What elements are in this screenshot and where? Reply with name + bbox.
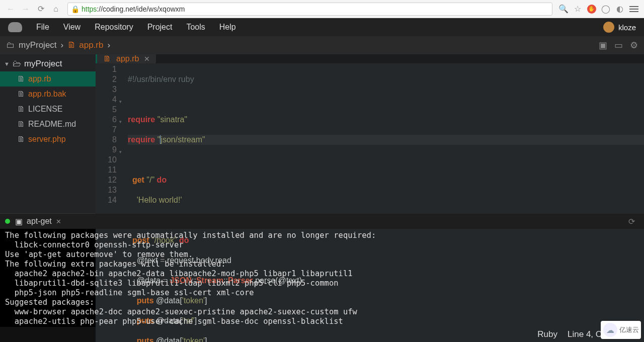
terminal-output[interactable]: The following packages were automaticall… [0,229,644,327]
watermark-badge: ☁ 亿速云 [601,321,641,339]
terminal-tab[interactable]: ▣ apt-get ✕ [15,217,61,226]
user-area[interactable]: kloze [603,22,636,33]
avatar [603,22,614,33]
close-icon[interactable]: ✕ [56,218,61,225]
terminal-panel: ▣ apt-get ✕ ⟳ The following packages wer… [0,213,644,327]
chevron-right-icon: › [107,40,110,50]
watermark-text: 亿速云 [619,325,639,334]
tree-file-app-rb-bak[interactable]: 🗎 app.rb.bak [0,87,96,102]
browser-toolbar: ← → ⟳ ⌂ 🔒 https://coding.net/ide/ws/xqow… [0,0,644,18]
tree-file-app-rb[interactable]: 🗎 app.rb [0,71,96,87]
chevron-right-icon: › [61,40,64,50]
folder-open-icon: 🗁 [13,59,21,69]
url-bar[interactable]: 🔒 https://coding.net/ide/ws/xqowxm [67,3,552,16]
caret-down-icon: ▼ [4,61,10,67]
extension-eye-icon[interactable]: ◐ [615,4,625,14]
breadcrumb-file[interactable]: 🗎 app.rb [67,40,103,50]
menu-file[interactable]: File [36,23,49,32]
url-scheme: https [82,5,97,13]
breadcrumb-project[interactable]: myProject [19,40,57,50]
zoom-icon[interactable]: 🔍 [558,4,569,14]
refresh-icon[interactable]: ⟳ [628,217,635,226]
tree-file-label: app.rb [28,74,51,83]
ide-logo-icon[interactable] [8,22,22,32]
tree-file-license[interactable]: 🗎 LICENSE [0,102,96,117]
file-icon: 🗎 [17,135,25,144]
settings-gear-icon[interactable]: ⚙ [630,40,638,51]
file-icon: 🗎 [67,40,76,50]
tree-file-server-php[interactable]: 🗎 server.php [0,132,96,147]
breadcrumb-file-label: app.rb [79,40,103,50]
menu-help[interactable]: Help [219,23,236,32]
url-path: ://coding.net/ide/ws/xqowxm [97,5,185,13]
tree-root-label: myProject [24,59,62,69]
breadcrumb-bar: 🗀 myProject › 🗎 app.rb › ▣ ▭ ⚙ [0,36,644,54]
tree-file-label: app.rb.bak [28,90,66,99]
watermark-icon: ☁ [603,323,617,337]
file-icon: 🗎 [17,74,25,83]
back-button[interactable]: ← [4,3,17,16]
status-language[interactable]: Ruby [537,329,557,339]
reload-button[interactable]: ⟳ [34,3,47,16]
username: kloze [618,23,636,32]
terminal-icon: ▣ [15,217,23,226]
lock-icon: 🔒 [71,5,79,13]
home-button[interactable]: ⌂ [49,3,62,16]
menu-repository[interactable]: Repository [95,23,133,32]
terminal-tab-label: apt-get [27,217,52,226]
browser-menu-icon[interactable] [629,4,639,14]
file-tree: ▼ 🗁 myProject 🗎 app.rb 🗎 app.rb.bak 🗎 LI… [0,54,96,213]
tree-file-label: README.md [28,120,76,129]
close-icon[interactable]: ✕ [144,55,150,63]
terminal-tabbar: ▣ apt-get ✕ ⟳ [0,214,644,229]
editor-tab[interactable]: 🗎 app.rb ✕ [97,54,156,63]
menu-view[interactable]: View [63,23,80,32]
adblock-icon[interactable]: ✋ [587,4,597,14]
terminal-toggle-icon[interactable]: ▣ [599,40,607,51]
forward-button[interactable]: → [19,3,32,16]
editor-tabbar: 🗎 app.rb ✕ [96,54,644,63]
ide-menubar: File View Repository Project Tools Help … [0,18,644,36]
folder-icon: 🗀 [6,40,15,50]
main-split: ▼ 🗁 myProject 🗎 app.rb 🗎 app.rb.bak 🗎 LI… [0,54,644,213]
file-icon: 🗎 [17,105,25,114]
file-icon: 🗎 [17,90,25,99]
extension-circle-icon[interactable]: ◯ [601,4,611,14]
tree-file-label: server.php [28,135,66,144]
menu-tools[interactable]: Tools [186,23,205,32]
tree-root[interactable]: ▼ 🗁 myProject [0,56,96,71]
editor-tab-label: app.rb [116,54,139,63]
bookmark-star-icon[interactable]: ☆ [573,4,583,14]
panel-toggle-icon[interactable]: ▭ [614,40,623,51]
file-icon: 🗎 [103,54,111,63]
tree-file-label: LICENSE [28,105,62,114]
file-icon: 🗎 [17,120,25,129]
terminal-status-dot [5,219,10,224]
menu-project[interactable]: Project [147,23,173,32]
editor-area: 🗎 app.rb ✕ 1234▾56▾789▾1011121314 #!/usr… [96,54,644,213]
tree-file-readme[interactable]: 🗎 README.md [0,117,96,132]
